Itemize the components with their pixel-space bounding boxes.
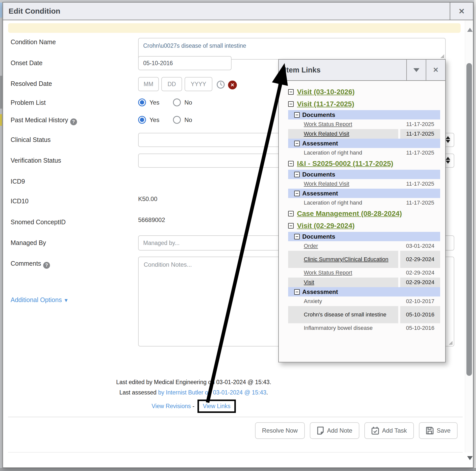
item-links-row: Clinic Summary/Clinical Education02-29-2… [288,251,440,268]
add-note-button[interactable]: Add Note [310,422,359,439]
resolved-day-input[interactable] [161,77,182,91]
view-links-link[interactable]: View Links [203,403,231,409]
collapse-minus-icon[interactable] [288,211,294,216]
audit-footer: Last edited by Medical Engineering on 03… [3,379,384,416]
snomed-label: Snomed ConceptID [11,218,66,226]
item-links-row: Visit02-29-2024 [288,278,440,287]
help-icon[interactable]: ? [70,118,77,125]
linked-item-date: 11-17-2025 [400,198,440,208]
collapse-minus-icon[interactable] [294,112,300,118]
help-icon[interactable]: ? [43,262,50,269]
clear-date-icon[interactable]: ✕ [228,81,237,89]
collapse-minus-icon[interactable] [294,191,300,196]
problem-list-no-radio[interactable] [173,98,181,106]
additional-options-link[interactable]: Additional Options ▼ [11,296,69,304]
save-button[interactable]: Save [419,422,458,439]
resize-handle[interactable] [440,54,444,58]
close-icon: ✕ [433,66,439,74]
add-task-button[interactable]: Add Task [364,422,414,439]
document-link[interactable]: Work Related Visit [304,181,349,187]
caret-down-icon: ▼ [64,298,69,303]
problem-list-radios: Yes No [138,98,192,106]
linked-item-date: 05-10-2016 [400,323,440,333]
item-links-row: Documents [288,170,440,179]
view-links-row: View Revisions - View Links [3,400,384,413]
pmh-no-radio[interactable] [173,116,181,124]
note-icon [317,427,324,435]
dialog-close-button[interactable]: ✕ [450,3,473,20]
scroll-down-icon[interactable] [467,456,473,460]
collapse-minus-icon[interactable] [288,101,294,107]
background-text-smudge [0,76,2,109]
item-links-row: Inflammatory bowel disease05-10-2016 [288,323,440,333]
close-icon: ✕ [458,7,465,16]
item-links-panel: Item Links ✕ Visit (03-10-2026)Visit (11… [278,59,446,362]
visit-link[interactable]: I&I - S2025-0002 (11-17-2025) [297,160,393,168]
visit-link[interactable]: Visit (02-29-2024) [297,222,355,230]
visit-link[interactable]: Case Management (08-28-2024) [297,210,402,218]
scroll-up-icon[interactable] [467,28,473,32]
linked-item-date: 02-10-2017 [400,296,440,306]
clinical-status-label: Clinical Status [11,136,51,143]
collapse-minus-icon[interactable] [288,161,294,166]
collapse-minus-icon[interactable] [294,234,300,239]
item-links-collapse-button[interactable] [406,60,426,80]
section-label: Documents [302,233,335,240]
linked-item-name: Anxiety [288,296,398,306]
assessment-item-label: Laceration of right hand [304,150,362,156]
problem-list-yes-radio[interactable] [138,98,146,106]
resize-handle[interactable] [449,341,453,345]
divider [8,452,463,453]
item-links-row: Assessment [288,287,440,296]
background-chip [0,3,2,18]
resolve-now-button[interactable]: Resolve Now [255,422,305,439]
item-links-row: Visit (02-29-2024) [288,220,440,232]
resolved-month-input[interactable] [138,77,159,91]
item-links-row: Case Management (08-28-2024) [288,208,440,220]
linked-item-date: 11-17-2025 [400,129,440,139]
linked-item-name: Crohn's disease of small intestine [288,306,398,323]
section-label: Documents [302,111,335,118]
task-calendar-icon [371,427,379,435]
linked-item-date: 11-17-2025 [400,148,440,158]
dialog-title: Edit Condition [3,3,450,20]
dialog-titlebar: Edit Condition ✕ [3,3,473,20]
linked-item-date: 11-17-2025 [400,179,440,189]
last-assessed-link[interactable]: by Internist Butler on 03-01-2024 @ 15:4… [158,389,266,396]
collapse-minus-icon[interactable] [288,223,294,229]
view-revisions-link[interactable]: View Revisions [152,403,191,409]
section-label: Assessment [302,190,338,197]
item-links-close-button[interactable]: ✕ [426,60,445,80]
document-link[interactable]: Order [304,243,318,249]
section-label: Documents [302,171,335,178]
pmh-yes-radio[interactable] [138,116,146,124]
background-page-right [474,0,476,471]
document-link[interactable]: Work Related Visit [304,131,349,137]
collapse-minus-icon[interactable] [294,172,300,177]
item-links-row: Documents [288,110,440,119]
visit-link[interactable]: Visit (11-17-2025) [297,100,354,108]
item-links-row: Anxiety02-10-2017 [288,296,440,306]
scrollbar-thumb[interactable] [466,63,472,376]
resolved-year-input[interactable] [185,77,212,91]
item-links-row: Work Related Visit11-17-2025 [288,179,440,189]
onset-date-input[interactable] [138,56,232,70]
collapse-minus-icon[interactable] [288,89,294,95]
visit-link[interactable]: Visit (03-10-2026) [297,88,355,96]
document-link[interactable]: Visit [304,279,314,286]
caret-down-icon [413,68,419,72]
item-links-row: Visit (11-17-2025) [288,98,440,110]
collapse-minus-icon[interactable] [294,289,300,295]
collapse-minus-icon[interactable] [294,141,300,146]
assessment-item-label: Laceration of right hand [304,200,362,206]
document-link[interactable]: Work Status Report [304,121,352,128]
past-medical-history-radios: Yes No [138,116,192,124]
item-links-row: Work Status Report11-17-2025 [288,119,440,129]
assessment-item-label: Inflammatory bowel disease [304,325,373,331]
linked-item-name: Order [288,241,398,251]
item-links-row: Work Status Report02-29-2024 [288,268,440,278]
problem-list-label: Problem List [11,99,46,106]
clock-icon[interactable] [216,80,225,89]
document-link[interactable]: Clinic Summary/Clinical Education [304,256,388,263]
document-link[interactable]: Work Status Report [304,269,352,276]
